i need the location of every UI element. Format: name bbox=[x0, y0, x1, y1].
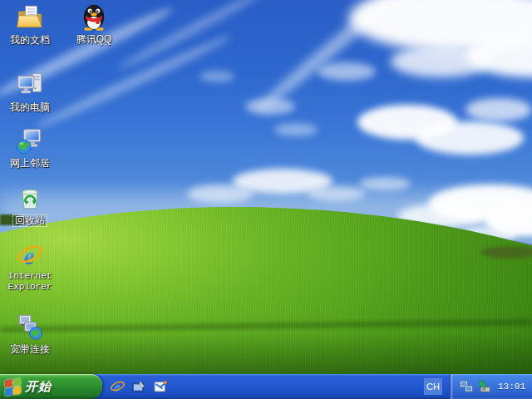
start-button[interactable]: 开始 bbox=[0, 374, 102, 399]
foreground-grass bbox=[0, 328, 532, 374]
cloud bbox=[245, 98, 295, 115]
cloud bbox=[416, 121, 524, 155]
hillside-trees-right bbox=[480, 246, 532, 259]
cloud bbox=[359, 177, 411, 190]
cloud bbox=[32, 32, 233, 133]
desktop-icon-label: 网上邻居 bbox=[8, 158, 52, 169]
broadband-connection-icon bbox=[16, 313, 44, 341]
cloud bbox=[391, 46, 490, 77]
taskbar-clock[interactable]: 13:01 bbox=[498, 382, 525, 392]
start-button-label: 开始 bbox=[25, 379, 52, 395]
cloud bbox=[116, 0, 267, 73]
my-computer-icon bbox=[16, 71, 44, 99]
desktop-icon-label: 我的电脑 bbox=[8, 102, 52, 113]
taskbar: 开始 e bbox=[0, 374, 532, 399]
system-tray: 13:01 bbox=[450, 374, 532, 399]
network-status-icon[interactable] bbox=[459, 379, 474, 394]
desktop-icon-my-documents[interactable]: 我的文档 bbox=[0, 3, 62, 47]
desktop-icon-my-computer[interactable]: 我的电脑 bbox=[0, 71, 62, 114]
wallpaper-bliss bbox=[0, 0, 532, 399]
desktop-icon-label: 我的文档 bbox=[8, 35, 52, 46]
cloud bbox=[466, 98, 532, 121]
desktop-icon-label: 腾讯QQ bbox=[75, 34, 114, 45]
desktop-icon-label: 回收站 bbox=[13, 215, 47, 226]
safely-remove-hardware-icon[interactable] bbox=[477, 379, 492, 394]
cloud bbox=[318, 62, 376, 81]
internet-explorer-icon: e bbox=[16, 242, 44, 270]
quick-launch-outlook-express-icon[interactable] bbox=[153, 379, 169, 395]
desktop-icon-label: 宽带连接 bbox=[8, 344, 52, 355]
recycle-bin-icon bbox=[16, 184, 44, 212]
desktop-icon-recycle-bin[interactable]: 回收站 bbox=[0, 184, 62, 227]
desktop-icon-internet-explorer[interactable]: e Internet Explorer bbox=[0, 242, 62, 293]
desktop-icon-network-places[interactable]: 网上邻居 bbox=[0, 126, 62, 170]
language-indicator[interactable]: CH bbox=[424, 378, 442, 395]
desktop-icon-broadband-connection[interactable]: 宽带连接 bbox=[0, 313, 62, 356]
quick-launch-internet-explorer-icon[interactable]: e bbox=[110, 379, 126, 395]
my-documents-icon bbox=[16, 3, 44, 32]
windows-logo-icon bbox=[5, 377, 22, 396]
windows-xp-desktop: 我的文档 腾讯QQ bbox=[0, 0, 532, 399]
cloud bbox=[200, 71, 234, 82]
desktop-icon-label: Internet Explorer bbox=[0, 271, 62, 293]
quick-launch-show-desktop-icon[interactable] bbox=[131, 379, 147, 395]
cloud bbox=[274, 123, 318, 136]
network-places-icon bbox=[16, 126, 44, 155]
quick-launch-bar: e bbox=[110, 379, 169, 395]
tencent-qq-icon bbox=[80, 2, 108, 31]
desktop-icon-tencent-qq[interactable]: 腾讯QQ bbox=[62, 2, 126, 46]
